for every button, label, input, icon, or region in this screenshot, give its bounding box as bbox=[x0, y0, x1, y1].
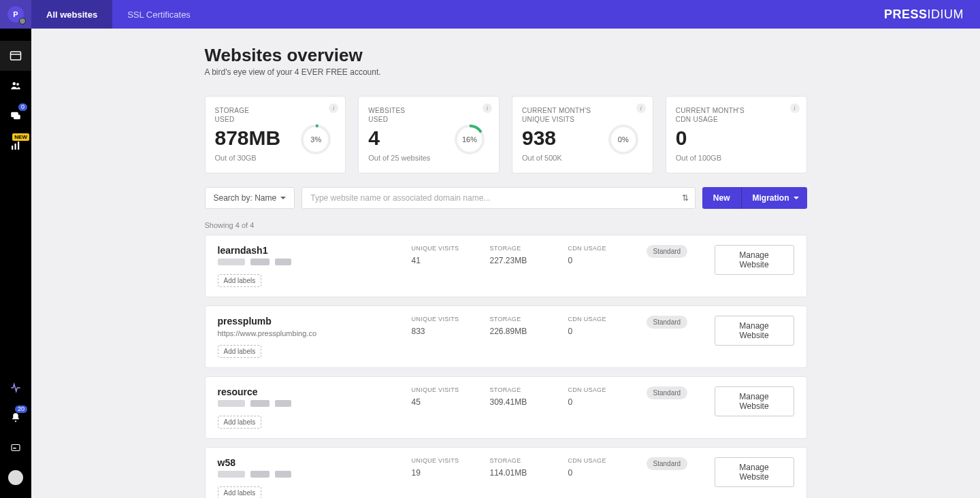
col-cdn-value: 0 bbox=[568, 468, 647, 478]
nav-messages-icon[interactable]: 0 bbox=[0, 101, 31, 131]
nav-help-icon[interactable] bbox=[0, 433, 31, 463]
bell-icon bbox=[10, 412, 22, 424]
col-storage-value: 114.01MB bbox=[490, 468, 568, 478]
plan-badge: Standard bbox=[647, 245, 688, 258]
website-row: learndash1 Add labels UNIQUE VISITS 41 S… bbox=[205, 235, 807, 297]
manage-website-button[interactable]: Manage Website bbox=[715, 245, 794, 275]
card-sub: Out of 500K bbox=[522, 154, 605, 162]
donut-gauge: 0% bbox=[606, 122, 640, 156]
add-labels-button[interactable]: Add labels bbox=[218, 274, 262, 287]
nav-profile-icon[interactable] bbox=[0, 463, 31, 493]
donut-value: 0% bbox=[606, 122, 640, 156]
site-name[interactable]: w58 bbox=[218, 457, 412, 468]
svg-rect-8 bbox=[18, 142, 19, 150]
info-icon[interactable]: i bbox=[636, 103, 646, 113]
donut-gauge: 16% bbox=[453, 122, 487, 156]
tab-all-websites[interactable]: All websites bbox=[31, 0, 112, 29]
col-visits-label: UNIQUE VISITS bbox=[412, 245, 490, 252]
websites-list: learndash1 Add labels UNIQUE VISITS 41 S… bbox=[205, 235, 807, 498]
page-subtitle: A bird's eye view of your 4 EVER FREE ac… bbox=[205, 67, 807, 77]
svg-rect-6 bbox=[12, 146, 13, 150]
plan-badge: Standard bbox=[647, 386, 688, 399]
card-label: CURRENT MONTH'SCDN USAGE bbox=[676, 106, 797, 124]
site-url: https://www.pressplumbing.co bbox=[218, 329, 412, 339]
showing-count: Showing 4 of 4 bbox=[205, 221, 807, 229]
manage-website-button[interactable]: Manage Website bbox=[715, 386, 794, 416]
col-visits-value: 41 bbox=[412, 256, 490, 265]
website-row: pressplumb https://www.pressplumbing.co … bbox=[205, 305, 807, 368]
stat-card: CURRENT MONTH'SUNIQUE VISITS 938 Out of … bbox=[512, 96, 653, 173]
card-value: 0 bbox=[676, 127, 797, 150]
new-button[interactable]: New bbox=[702, 187, 741, 209]
col-visits-value: 45 bbox=[412, 397, 490, 407]
bar-chart-icon bbox=[10, 139, 22, 152]
plan-badge: Standard bbox=[647, 457, 688, 470]
chat-icon bbox=[10, 110, 22, 122]
notifications-badge: 20 bbox=[15, 405, 27, 413]
col-storage-value: 226.89MB bbox=[490, 327, 568, 336]
browser-icon bbox=[10, 50, 22, 62]
svg-rect-5 bbox=[14, 115, 20, 120]
info-icon[interactable]: i bbox=[790, 103, 800, 113]
info-icon[interactable]: i bbox=[483, 103, 492, 113]
nav-analytics-icon[interactable]: NEW bbox=[0, 131, 31, 161]
donut-value: 3% bbox=[299, 122, 333, 156]
site-name[interactable]: resource bbox=[218, 386, 412, 397]
svg-point-3 bbox=[16, 83, 19, 86]
card-label: STORAGEUSED bbox=[215, 106, 298, 124]
svg-rect-0 bbox=[11, 52, 21, 60]
col-storage-label: STORAGE bbox=[490, 457, 568, 464]
page-title: Websites overview bbox=[205, 45, 807, 66]
site-name[interactable]: learndash1 bbox=[218, 245, 412, 256]
card-sub: Out of 100GB bbox=[676, 154, 797, 162]
messages-badge: 0 bbox=[18, 103, 27, 111]
manage-website-button[interactable]: Manage Website bbox=[715, 457, 794, 487]
col-cdn-label: CDN USAGE bbox=[568, 245, 647, 252]
col-visits-label: UNIQUE VISITS bbox=[412, 386, 490, 393]
card-label: WEBSITESUSED bbox=[368, 106, 451, 124]
card-sub: Out of 25 websites bbox=[368, 154, 451, 162]
top-navbar: All websites SSL Certificates PRESSIDIUM bbox=[31, 0, 980, 29]
add-labels-button[interactable]: Add labels bbox=[218, 486, 262, 498]
stat-card: WEBSITESUSED 4 Out of 25 websites 16% i bbox=[358, 96, 500, 173]
svg-point-2 bbox=[13, 82, 16, 86]
add-labels-button[interactable]: Add labels bbox=[218, 416, 262, 429]
col-cdn-value: 0 bbox=[568, 256, 647, 265]
site-name[interactable]: pressplumb bbox=[218, 316, 412, 327]
new-badge: NEW bbox=[12, 133, 29, 141]
add-labels-button[interactable]: Add labels bbox=[218, 345, 262, 358]
col-visits-label: UNIQUE VISITS bbox=[412, 457, 490, 464]
col-cdn-value: 0 bbox=[568, 327, 647, 336]
col-visits-label: UNIQUE VISITS bbox=[412, 316, 490, 322]
manage-website-button[interactable]: Manage Website bbox=[715, 316, 794, 346]
nav-websites-icon[interactable] bbox=[0, 41, 31, 71]
nav-notifications-icon[interactable]: 20 bbox=[0, 403, 31, 433]
col-storage-value: 309.41MB bbox=[490, 397, 568, 407]
profile-avatar-icon bbox=[8, 470, 23, 485]
card-sub: Out of 30GB bbox=[215, 154, 298, 162]
search-input[interactable] bbox=[301, 187, 696, 209]
plan-badge: Standard bbox=[647, 316, 688, 329]
account-avatar[interactable]: P bbox=[0, 0, 31, 29]
svg-rect-7 bbox=[15, 144, 16, 150]
donut-gauge: 3% bbox=[299, 122, 333, 156]
col-cdn-label: CDN USAGE bbox=[568, 457, 647, 464]
col-storage-label: STORAGE bbox=[490, 386, 568, 393]
card-label: CURRENT MONTH'SUNIQUE VISITS bbox=[522, 106, 605, 124]
status-dot bbox=[19, 18, 26, 24]
tab-ssl-certificates[interactable]: SSL Certificates bbox=[112, 0, 206, 29]
card-value: 4 bbox=[368, 127, 451, 150]
search-by-dropdown[interactable]: Search by: Name bbox=[205, 187, 295, 209]
nav-activity-icon[interactable] bbox=[0, 373, 31, 403]
brand-logo[interactable]: PRESSIDIUM bbox=[884, 7, 980, 22]
card-value: 938 bbox=[522, 127, 605, 150]
website-row: w58 Add labels UNIQUE VISITS 19 STORAGE … bbox=[205, 447, 807, 498]
info-icon[interactable]: i bbox=[329, 103, 338, 113]
stat-card: CURRENT MONTH'SCDN USAGE 0 Out of 100GB … bbox=[666, 96, 807, 173]
migration-dropdown[interactable]: Migration bbox=[741, 187, 807, 209]
nav-users-icon[interactable] bbox=[0, 71, 31, 101]
donut-value: 16% bbox=[453, 122, 487, 156]
col-cdn-label: CDN USAGE bbox=[568, 386, 647, 393]
site-url-redacted bbox=[218, 259, 412, 268]
sort-icon[interactable]: ⇅ bbox=[682, 193, 689, 203]
